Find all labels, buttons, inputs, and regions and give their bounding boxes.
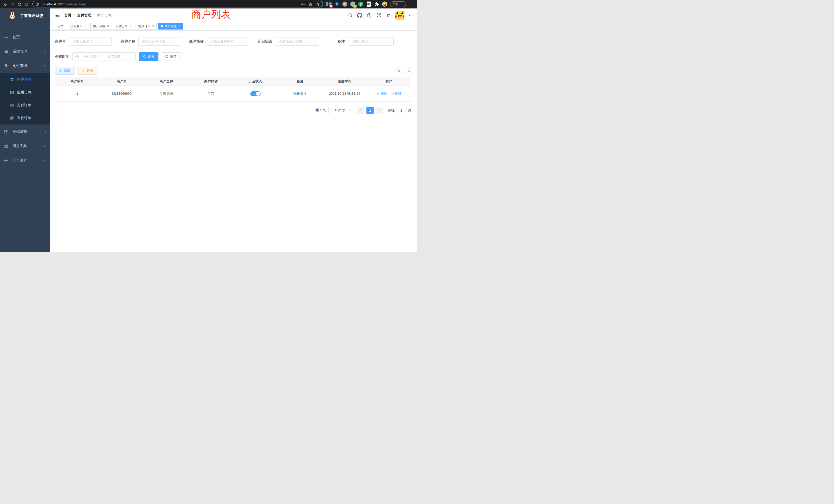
extension-command-icon[interactable]: ⌘ — [342, 1, 348, 7]
delete-link[interactable]: 删除 — [391, 91, 401, 96]
sidebar-item-pay-order[interactable]: 支付订单 — [0, 99, 50, 112]
tab-close-icon[interactable]: × — [152, 25, 154, 28]
tab-close-icon[interactable]: × — [130, 25, 131, 28]
sidebar-logo[interactable]: 芋道管理系统 — [0, 8, 50, 23]
tab-refund-order[interactable]: 退款订单 × — [136, 23, 157, 29]
page-unit-label: 页 — [408, 108, 411, 113]
short-name-input[interactable] — [207, 37, 248, 46]
user-avatar[interactable] — [395, 11, 404, 20]
update-label: 更新 — [392, 2, 398, 6]
sidebar-menu: 首页 系统管理 ¥ 支付管理 — [0, 30, 50, 167]
help-icon[interactable] — [367, 13, 372, 18]
prev-page-button[interactable] — [357, 107, 364, 114]
start-date-input[interactable] — [81, 55, 100, 59]
tab-pay-order[interactable]: 支付订单 × — [113, 23, 134, 29]
filter-row-1: 商户号 商户全称 商户简称 开启状态 请选择开启状态 备注 — [55, 37, 412, 46]
fullscreen-icon[interactable] — [376, 13, 381, 18]
delete-link-label: 删除 — [395, 91, 401, 96]
extension-recorder-icon[interactable]: 1 — [350, 1, 356, 7]
browser-menu-icon[interactable]: ⋮ — [400, 2, 404, 6]
user-dropdown-caret-icon[interactable]: ▾ — [409, 14, 410, 17]
add-button[interactable]: 新增 — [55, 67, 74, 75]
search-icon[interactable] — [348, 13, 353, 18]
browser-home-button[interactable] — [23, 1, 30, 7]
extension-badge: 1 — [353, 5, 357, 8]
command-glyph: ⌘ — [343, 2, 346, 6]
cell-create-time: 2021-10-23 08:31:14 — [322, 92, 367, 95]
refresh-table-button[interactable] — [405, 67, 412, 74]
breadcrumb-home[interactable]: 首页 — [64, 13, 71, 18]
refresh-icon — [165, 55, 169, 58]
next-page-button[interactable] — [376, 107, 383, 114]
share-icon[interactable] — [308, 2, 312, 6]
toggle-search-button[interactable] — [395, 67, 402, 74]
chevron-down-icon — [348, 109, 351, 112]
edit-pen-icon — [376, 92, 379, 95]
browser-back-button[interactable] — [2, 1, 9, 7]
reset-button-label: 重置 — [170, 54, 177, 59]
sidebar-item-label: 系统管理 — [13, 49, 27, 54]
sidebar-item-label: 应用信息 — [17, 90, 31, 95]
bookmark-star-icon[interactable] — [315, 2, 320, 6]
page-size-select[interactable]: 10条/页 — [328, 107, 354, 114]
remark-input[interactable] — [348, 37, 394, 46]
sidebar-item-home[interactable]: 首页 — [0, 30, 50, 44]
end-date-input[interactable] — [105, 55, 124, 59]
extension-notes-icon[interactable] — [366, 1, 372, 7]
sidebar-item-system[interactable]: 系统管理 — [0, 44, 50, 59]
font-size-icon[interactable]: tT — [386, 13, 391, 18]
full-name-input[interactable] — [138, 37, 180, 46]
search-button[interactable]: 搜索 — [139, 52, 158, 61]
merchant-no-input[interactable] — [69, 37, 112, 46]
browser-profile-avatar[interactable] — [382, 1, 388, 7]
tab-user-group[interactable]: 用户分组 × — [90, 23, 111, 29]
extension-badge: 10 — [329, 5, 333, 8]
breadcrumb-payment[interactable]: 支付管理 — [77, 13, 91, 18]
sidebar-collapse-button[interactable] — [55, 13, 60, 18]
cell-status — [233, 91, 278, 96]
browser-reload-button[interactable] — [16, 1, 23, 7]
tab-close-icon[interactable]: × — [179, 25, 180, 28]
reset-button[interactable]: 重置 — [161, 52, 181, 61]
status-select[interactable]: 请选择开启状态 — [275, 37, 319, 46]
payment-submenu: 商户信息 应用信息 支付订单 — [0, 73, 50, 124]
col-header-merchant-no: 商户号 — [100, 79, 144, 84]
chrome-update-button[interactable]: 更新 ⋮ — [390, 1, 406, 7]
export-button[interactable]: 导出 — [78, 67, 97, 75]
arrow-left-icon — [3, 2, 7, 6]
tab-close-icon[interactable]: × — [85, 25, 86, 28]
status-toggle[interactable] — [250, 91, 261, 96]
sidebar-item-payment[interactable]: ¥ 支付管理 — [0, 59, 50, 73]
sidebar-item-app-info[interactable]: 应用信息 — [0, 86, 50, 99]
address-bar[interactable]: localhost:1024/pay/merchant — [32, 1, 323, 7]
browser-forward-button[interactable] — [9, 1, 16, 7]
toolbox-icon — [4, 158, 8, 163]
sidebar-item-infrastructure[interactable]: 基础设施 — [0, 124, 50, 139]
edit-link[interactable]: 修改 — [376, 91, 387, 96]
goto-page-input[interactable] — [396, 107, 407, 114]
page-content: 商户号 商户全称 商户简称 开启状态 请选择开启状态 备注 — [50, 30, 417, 114]
page-size-value: 10条/页 — [332, 108, 348, 113]
extension-y-icon[interactable]: y — [358, 1, 364, 7]
sidebar-item-workflow[interactable]: 工作流程 — [0, 153, 50, 167]
page-1-button[interactable]: 1 — [367, 107, 374, 114]
tab-close-icon[interactable]: × — [107, 25, 109, 28]
tab-merchant-info[interactable]: 商户信息 × — [158, 23, 183, 29]
sidebar-item-label: 工作流程 — [13, 158, 27, 163]
pagination-total-rest: 1 条 — [320, 108, 326, 112]
extension-tampermonkey-icon[interactable]: 10 — [326, 1, 332, 7]
extensions-puzzle-icon[interactable] — [374, 1, 379, 7]
sidebar-item-dev-tools[interactable]: 研发工具 — [0, 139, 50, 153]
tab-label: 商户信息 — [164, 24, 177, 28]
extension-gem-icon[interactable] — [334, 1, 340, 7]
github-icon[interactable] — [357, 13, 362, 18]
tab-process-form[interactable]: 流程表单 × — [68, 23, 89, 29]
create-time-range-picker[interactable]: - — [72, 52, 136, 61]
y-glyph: y — [358, 2, 363, 7]
search-icon — [143, 55, 146, 58]
add-button-label: 新增 — [64, 69, 70, 73]
sidebar-item-merchant-info[interactable]: 商户信息 — [0, 73, 50, 86]
tab-home[interactable]: 首页 — [55, 23, 66, 29]
sidebar-item-refund-order[interactable]: 退款订单 — [0, 112, 50, 124]
key-icon[interactable] — [301, 2, 305, 6]
